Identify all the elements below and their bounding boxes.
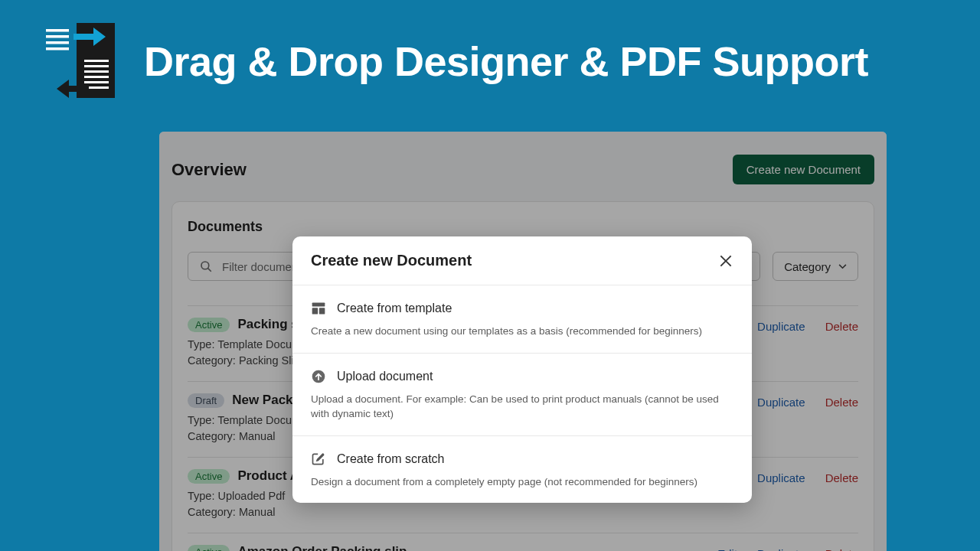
template-icon <box>311 301 326 316</box>
modal-header: Create new Document <box>292 236 752 285</box>
option-desc: Upload a document. For example: Can be u… <box>311 392 733 422</box>
option-title: Upload document <box>337 370 433 383</box>
option-upload-document[interactable]: Upload document Upload a document. For e… <box>292 354 752 436</box>
upload-icon <box>311 369 326 384</box>
banner-title: Drag & Drop Designer & PDF Support <box>144 37 868 85</box>
svg-rect-3 <box>84 70 109 73</box>
svg-rect-16 <box>312 308 318 314</box>
svg-rect-8 <box>46 35 69 38</box>
create-document-modal: Create new Document Create from template… <box>292 236 752 503</box>
svg-rect-15 <box>312 303 325 307</box>
svg-rect-17 <box>319 308 325 314</box>
option-desc: Create a new document using our template… <box>311 324 733 339</box>
app-logo-icon <box>46 23 118 99</box>
banner: Drag & Drop Designer & PDF Support <box>0 0 980 115</box>
option-create-from-scratch[interactable]: Create from scratch Design a document fr… <box>292 436 752 504</box>
svg-rect-4 <box>84 76 109 78</box>
svg-rect-5 <box>84 81 109 83</box>
option-desc: Design a document from a completely empt… <box>311 474 733 490</box>
svg-rect-7 <box>46 29 69 32</box>
close-icon[interactable] <box>718 253 733 269</box>
option-create-from-template[interactable]: Create from template Create a new docume… <box>292 285 752 354</box>
svg-rect-1 <box>84 60 109 62</box>
option-title: Create from template <box>337 302 452 315</box>
edit-icon <box>311 452 326 467</box>
svg-rect-10 <box>46 47 69 51</box>
option-title: Create from scratch <box>337 452 444 466</box>
modal-title: Create new Document <box>311 252 472 269</box>
svg-rect-9 <box>46 41 69 44</box>
svg-rect-2 <box>84 65 109 67</box>
